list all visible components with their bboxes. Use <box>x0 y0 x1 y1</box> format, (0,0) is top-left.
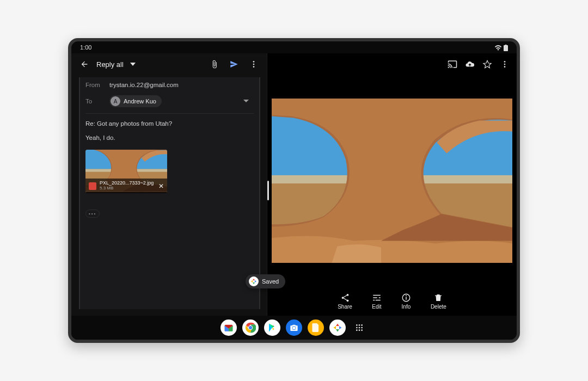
recipient-chip[interactable]: A Andrew Kuo <box>109 95 162 107</box>
subject-line[interactable]: Re: Got any photos from Utah? <box>85 119 254 128</box>
svg-point-26 <box>361 327 363 329</box>
svg-point-6 <box>253 64 255 65</box>
svg-point-8 <box>504 61 506 63</box>
share-button[interactable]: Share <box>338 293 352 310</box>
back-button[interactable] <box>77 57 92 72</box>
wifi-icon <box>494 45 502 51</box>
svg-rect-15 <box>406 297 407 299</box>
taskbar-chrome[interactable] <box>242 319 259 336</box>
info-label: Info <box>402 304 411 310</box>
taskbar-camera[interactable] <box>286 319 302 336</box>
split-view: Reply all From trystan.io.22@gm <box>71 53 517 316</box>
gmail-pane: Reply all From trystan.io.22@gm <box>71 53 267 316</box>
attachment-size: 5.3 MB <box>100 186 155 191</box>
taskbar-gmail[interactable] <box>220 319 237 336</box>
split-handle[interactable] <box>267 181 269 200</box>
to-label: To <box>85 98 105 105</box>
svg-point-25 <box>359 327 360 329</box>
svg-point-9 <box>504 64 506 65</box>
svg-point-24 <box>356 327 358 329</box>
more-button[interactable] <box>246 57 261 72</box>
to-row[interactable]: To A Andrew Kuo <box>85 94 254 114</box>
svg-point-5 <box>253 61 255 63</box>
svg-point-28 <box>359 329 360 331</box>
photo-action-bar: Share Edit Info Delete <box>267 286 517 316</box>
image-file-icon <box>89 182 96 190</box>
svg-rect-4 <box>505 45 507 46</box>
taskbar-play[interactable] <box>264 319 280 336</box>
body-text[interactable]: Yeah, I do. <box>85 133 254 142</box>
recipient-name: Andrew Kuo <box>124 98 156 105</box>
svg-point-29 <box>361 329 363 331</box>
attach-button[interactable] <box>207 57 222 72</box>
compose-body: From trystan.io.22@gmail.com To A Andrew… <box>79 77 260 309</box>
share-label: Share <box>338 304 352 310</box>
taskbar-files[interactable] <box>308 319 324 336</box>
status-bar: 1:00 <box>71 41 517 53</box>
tablet-frame: 1:00 Reply all <box>68 38 520 343</box>
svg-point-7 <box>253 66 255 67</box>
cast-button[interactable] <box>445 57 460 72</box>
cloud-backup-button[interactable] <box>462 57 477 72</box>
attachment-card[interactable]: PXL_20220...7333~2.jpg 5.3 MB ✕ <box>85 150 167 193</box>
status-right <box>494 44 508 51</box>
edit-button[interactable]: Edit <box>372 293 382 310</box>
status-time: 1:00 <box>80 44 91 51</box>
photo-toolbar <box>267 53 517 75</box>
taskbar-photos[interactable] <box>329 319 346 336</box>
from-row: From trystan.io.22@gmail.com <box>85 82 254 88</box>
svg-point-16 <box>406 295 407 296</box>
photo-more-button[interactable] <box>497 57 512 72</box>
photos-pane: Share Edit Info Delete <box>267 53 517 316</box>
from-value: trystan.io.22@gmail.com <box>109 82 179 88</box>
favorite-button[interactable] <box>480 57 495 72</box>
svg-point-27 <box>356 329 358 331</box>
reply-mode-dropdown[interactable] <box>128 57 138 72</box>
from-label: From <box>85 82 105 88</box>
svg-point-20 <box>292 327 295 329</box>
svg-point-21 <box>356 324 358 326</box>
taskbar-all-apps[interactable] <box>351 319 367 336</box>
saved-label: Saved <box>262 278 279 285</box>
battery-icon <box>504 45 508 51</box>
photo-viewport[interactable] <box>267 75 517 286</box>
delete-label: Delete <box>431 304 446 310</box>
send-button[interactable] <box>226 57 242 72</box>
show-quoted-button[interactable]: ••• <box>85 210 100 218</box>
remove-attachment-button[interactable]: ✕ <box>158 182 164 190</box>
attachment-meta: PXL_20220...7333~2.jpg 5.3 MB ✕ <box>85 179 167 193</box>
photo-image <box>272 94 512 268</box>
photos-app-icon <box>249 276 259 286</box>
svg-point-10 <box>504 66 506 67</box>
recipient-avatar: A <box>111 96 120 106</box>
svg-rect-3 <box>504 45 508 51</box>
svg-point-23 <box>361 324 363 326</box>
svg-point-22 <box>359 324 360 326</box>
info-button[interactable]: Info <box>401 293 411 310</box>
delete-button[interactable]: Delete <box>431 293 446 310</box>
expand-recipients-button[interactable] <box>238 94 254 109</box>
edit-label: Edit <box>372 304 381 310</box>
saved-toast: Saved <box>246 274 285 288</box>
compose-toolbar: Reply all <box>71 53 267 75</box>
taskbar <box>71 316 517 340</box>
compose-title: Reply all <box>96 60 124 69</box>
